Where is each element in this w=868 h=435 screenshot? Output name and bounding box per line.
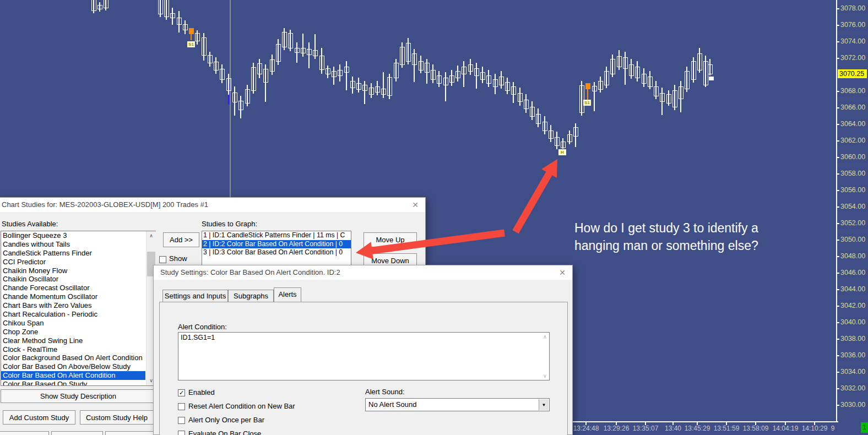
study-list-item[interactable]: Color Bar Based On Above/Below Study: [1, 362, 145, 371]
candle: [437, 75, 442, 84]
candle: [381, 89, 386, 95]
clipped-bottom-button[interactable]: [51, 431, 103, 435]
candle: [362, 85, 367, 91]
candle: [610, 59, 615, 74]
candle: [697, 53, 702, 70]
study-list-item[interactable]: Color Background Based On Alert Conditio…: [1, 354, 145, 362]
study-list-item[interactable]: Bollinger Squeeze 3: [1, 231, 145, 240]
candle: [257, 63, 262, 74]
study-list-item[interactable]: Color Bar Based On Alert Condition: [1, 371, 145, 380]
candle: [629, 64, 634, 76]
price-tick: [836, 91, 839, 92]
tab-subgraphs[interactable]: Subgraphs: [228, 290, 274, 302]
last-price-label: 3070.25: [838, 69, 867, 78]
scroll-up-icon[interactable]: ∧: [543, 334, 547, 340]
candle: [524, 100, 529, 109]
study-list-item[interactable]: Chop Zone: [1, 328, 145, 336]
alert-once-checkbox-box[interactable]: [178, 417, 185, 424]
price-scale[interactable]: 3078.003076.003074.003072.003068.003066.…: [836, 0, 868, 435]
price-tick: [836, 240, 839, 241]
price-tick: [836, 273, 839, 274]
study-list-item[interactable]: Chikou Span: [1, 319, 145, 328]
price-tick: [836, 41, 839, 42]
graph-study-row[interactable]: 3 | ID:3 Color Bar Based On Alert Condit…: [202, 248, 351, 257]
time-label: 13:51:59: [714, 425, 740, 432]
custom-study-help-button[interactable]: Custom Study Help: [80, 410, 154, 425]
alert-condition-input[interactable]: ID1.SG1=1 ∧ ∨: [178, 332, 550, 380]
studies-available-list[interactable]: Bollinger Squeeze 3Candles without Tails…: [1, 231, 156, 386]
study-list-item[interactable]: Chaikin Oscillator: [1, 275, 145, 284]
study-list-item[interactable]: Chande Forecast Oscillator: [1, 284, 145, 292]
evaluate-close-checkbox-box[interactable]: [178, 431, 185, 435]
candle: [419, 61, 424, 70]
candle: [592, 86, 597, 91]
candle: [709, 77, 714, 80]
studies-to-graph-list[interactable]: 1 | ID:1 CandleStick Patterns Finder | 1…: [202, 231, 351, 269]
price-tick: [836, 206, 839, 208]
candle: [648, 77, 653, 87]
candle: [443, 78, 448, 85]
candle: [295, 48, 300, 53]
close-icon[interactable]: ✕: [412, 198, 419, 212]
clipped-bottom-button[interactable]: [0, 431, 49, 435]
graph-study-row[interactable]: 2 | ID:2 Color Bar Based On Alert Condit…: [202, 240, 351, 249]
dropdown-arrow-icon[interactable]: ▼: [539, 399, 549, 410]
price-label: 3040.00: [840, 318, 865, 326]
study-list-item[interactable]: Clear Method Swing Line: [1, 336, 145, 345]
add-study-button[interactable]: Add >>: [163, 232, 199, 247]
tab-alerts[interactable]: Alerts: [274, 287, 301, 302]
candle: [313, 50, 318, 56]
candle: [412, 53, 417, 65]
time-axis-border: [567, 421, 838, 422]
candle: [666, 94, 671, 104]
candle: [474, 68, 479, 76]
study-list-item[interactable]: Chart Bars with Zero Values: [1, 301, 145, 310]
scroll-down-icon[interactable]: ∨: [543, 373, 547, 379]
time-label: 14:10:29: [802, 425, 828, 432]
study-list-item[interactable]: Chaikin Money Flow: [1, 267, 145, 275]
chart-studies-titlebar[interactable]: Chart Studies for: MES-202003-GLOBEX-USD…: [0, 198, 425, 212]
annotation-line-1: How do I get study 3 to identify a: [574, 219, 758, 237]
candle: [623, 57, 628, 69]
price-label: 3062.00: [840, 137, 865, 144]
candle: [406, 43, 411, 62]
clipped-bottom-button[interactable]: [105, 431, 154, 435]
candle: [183, 24, 188, 30]
alert-sound-select[interactable]: No Alert Sound ▼: [365, 398, 550, 411]
study-list-item[interactable]: Candles without Tails: [1, 240, 145, 249]
reset-alert-checkbox-box[interactable]: [178, 403, 185, 410]
add-custom-study-button[interactable]: Add Custom Study: [3, 410, 75, 425]
candle: [431, 70, 436, 80]
study-list-item[interactable]: Chart Recalculation - Periodic: [1, 310, 145, 319]
move-up-button[interactable]: Move Up: [364, 232, 417, 247]
study-settings-titlebar[interactable]: Study Settings: Color Bar Based On Alert…: [154, 265, 572, 280]
price-tick: [836, 58, 839, 59]
price-label: 3060.00: [840, 153, 865, 161]
candle: [518, 93, 523, 102]
study-list-item[interactable]: Clock - RealTime: [1, 345, 145, 354]
show-study-description-button[interactable]: Show Study Description: [1, 389, 156, 403]
candle: [288, 33, 293, 48]
candle: [263, 69, 268, 83]
study-list-item[interactable]: Color Bar Based On Study: [1, 380, 145, 386]
candle: [617, 56, 622, 67]
time-label: 13:29:26: [604, 425, 630, 432]
candle: [387, 77, 392, 96]
tab-settings-and-inputs[interactable]: Settings and Inputs: [162, 290, 228, 302]
chart-annotation-text: How do I get study 3 to identify a hangi…: [574, 219, 758, 254]
study-list-item[interactable]: CCI Predictor: [1, 258, 145, 267]
graph-study-row[interactable]: 1 | ID:1 CandleStick Patterns Finder | 1…: [202, 231, 351, 240]
enabled-checkbox-box[interactable]: ✓: [178, 389, 185, 396]
close-icon[interactable]: ✕: [559, 265, 566, 280]
candle: [530, 107, 535, 117]
price-label: 3066.00: [840, 104, 865, 111]
price-tick: [836, 157, 839, 158]
price-label: 3052.00: [840, 219, 865, 227]
study-list-item[interactable]: Chande Momentum Oscillator: [1, 292, 145, 301]
candle: [158, 0, 163, 14]
price-tick: [836, 306, 839, 307]
study-list-item[interactable]: CandleStick Patterns Finder: [1, 249, 145, 258]
scroll-up-icon[interactable]: ∧: [147, 231, 156, 241]
show-checkbox-box[interactable]: [159, 256, 166, 263]
price-label: 3036.00: [840, 351, 865, 359]
